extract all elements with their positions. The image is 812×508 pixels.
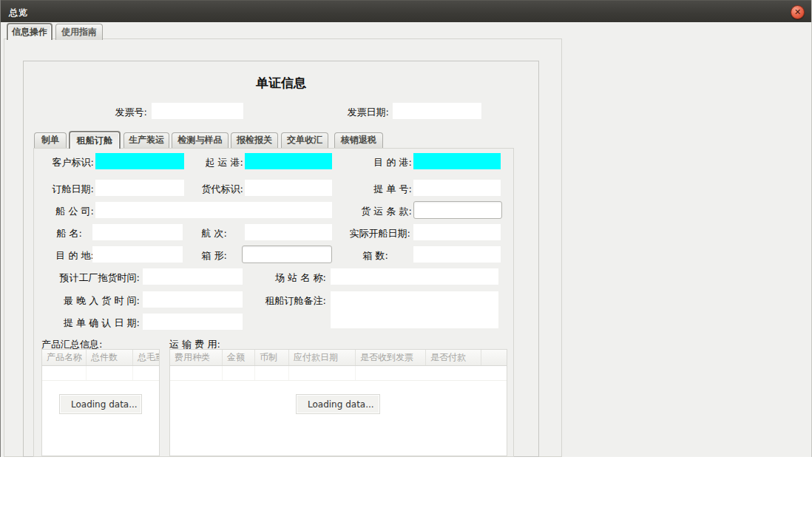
column-header-total-pieces[interactable]: 总件数 — [87, 350, 133, 365]
titlebar[interactable]: 总览 ✕ — [1, 0, 811, 22]
forwarder-id-label: 货代标识: — [178, 183, 243, 196]
destination-input[interactable] — [92, 246, 183, 263]
subtab-document-creation[interactable]: 制单 — [34, 132, 67, 148]
booking-remarks-label: 租船订舱备注: — [249, 294, 326, 308]
column-header-currency[interactable]: 币制 — [255, 350, 289, 365]
invoice-date-input[interactable] — [393, 103, 481, 119]
customer-id-label: 客户标识: — [30, 156, 94, 169]
destination-port-label: 目 的 港: — [345, 156, 412, 169]
vessel-name-input[interactable] — [92, 224, 183, 240]
booking-date-label: 订舱日期: — [30, 183, 94, 196]
product-table-loading-indicator: Loading data... — [59, 394, 142, 414]
estimated-factory-pickup-time-input[interactable] — [143, 268, 243, 285]
invoice-no-input[interactable] — [152, 103, 243, 119]
departure-port-input[interactable] — [245, 153, 332, 169]
column-header-paid[interactable]: 是否付款 — [426, 350, 481, 365]
product-summary-table: 产品名称 总件数 总毛重 Loading data... — [41, 349, 160, 456]
column-header-product-name[interactable]: 产品名称 — [42, 350, 87, 365]
destination-port-input[interactable] — [413, 153, 501, 169]
booking-date-input[interactable] — [95, 180, 184, 196]
voyage-input[interactable] — [245, 224, 332, 240]
column-header-cost-type[interactable]: 费用种类 — [170, 350, 223, 365]
freight-costs-table: 费用种类 金额 币制 应付款日期 是否收到发票 是否付款 — [169, 349, 507, 456]
destination-label: 目 的 地: — [30, 249, 94, 263]
booking-remarks-textarea[interactable] — [331, 291, 498, 328]
actual-departure-date-label: 实际开船日期: — [335, 227, 410, 240]
actual-departure-date-input[interactable] — [413, 224, 501, 240]
column-header-payable-date[interactable]: 应付款日期 — [289, 350, 356, 365]
page-background — [0, 457, 812, 508]
subtab-charter-booking[interactable]: 租船订舱 — [69, 131, 121, 149]
bl-number-input[interactable] — [413, 180, 501, 196]
column-header-total-gross-weight[interactable]: 总毛重 — [133, 350, 160, 365]
subtab-inspection-customs[interactable]: 报检报关 — [231, 132, 278, 148]
app-window: 总览 ✕ 信息操作 使用指南 单证信息 发票号: 发票日期: 制单 租船订舱 生… — [0, 0, 812, 457]
column-header-empty[interactable] — [481, 350, 507, 365]
column-header-amount[interactable]: 金额 — [223, 350, 255, 365]
bl-number-label: 提 单 号: — [345, 183, 412, 196]
container-type-input[interactable] — [242, 245, 332, 263]
latest-cargo-time-label: 最 晚 入 货 时 间: — [30, 294, 140, 308]
bl-confirm-date-label: 提 单 确 认 日 期: — [30, 316, 140, 330]
subtab-docs-collection[interactable]: 交单收汇 — [281, 132, 328, 148]
tab-info-operations[interactable]: 信息操作 — [7, 23, 53, 40]
subtab-testing-samples[interactable]: 检测与样品 — [172, 132, 229, 148]
product-table-header: 产品名称 总件数 总毛重 — [42, 350, 159, 366]
terminal-name-input[interactable] — [331, 268, 498, 285]
voyage-label: 航 次: — [178, 227, 227, 240]
loading-text: Loading data... — [71, 399, 138, 410]
freight-terms-input[interactable] — [413, 201, 502, 219]
customer-id-input[interactable] — [95, 153, 184, 169]
bl-confirm-date-input[interactable] — [143, 314, 243, 330]
tab-usage-guide[interactable]: 使用指南 — [55, 24, 103, 40]
subtab-verification-tax-refund[interactable]: 核销退税 — [334, 132, 383, 148]
vessel-name-label: 船 名: — [30, 227, 82, 240]
departure-port-label: 起 运 港: — [178, 156, 243, 169]
column-header-invoice-received[interactable]: 是否收到发票 — [356, 350, 426, 365]
freight-terms-label: 货 运 条 款: — [323, 205, 412, 218]
container-count-input[interactable] — [413, 246, 501, 263]
table-row — [170, 366, 507, 381]
window-title: 总览 — [9, 7, 28, 19]
estimated-factory-pickup-time-label: 预计工厂拖货时间: — [30, 271, 140, 285]
forwarder-id-input[interactable] — [245, 180, 332, 196]
page-title: 单证信息 — [23, 75, 539, 92]
freight-table-header: 费用种类 金额 币制 应付款日期 是否收到发票 是否付款 — [170, 350, 507, 366]
close-icon[interactable]: ✕ — [791, 5, 805, 19]
latest-cargo-time-input[interactable] — [143, 291, 243, 308]
terminal-name-label: 场 站 名 称: — [249, 271, 326, 285]
invoice-no-label: 发票号: — [89, 106, 147, 119]
subtab-production-shipping[interactable]: 生产装运 — [124, 132, 169, 148]
invoice-date-label: 发票日期: — [326, 106, 389, 119]
table-row — [42, 366, 159, 381]
container-type-label: 箱 形: — [178, 249, 227, 263]
shipping-company-input[interactable] — [95, 202, 332, 218]
shipping-company-label: 船 公 司: — [30, 205, 94, 218]
freight-table-loading-indicator: Loading data... — [296, 394, 380, 414]
container-count-label: 箱 数: — [331, 249, 388, 263]
loading-text: Loading data... — [308, 399, 374, 410]
